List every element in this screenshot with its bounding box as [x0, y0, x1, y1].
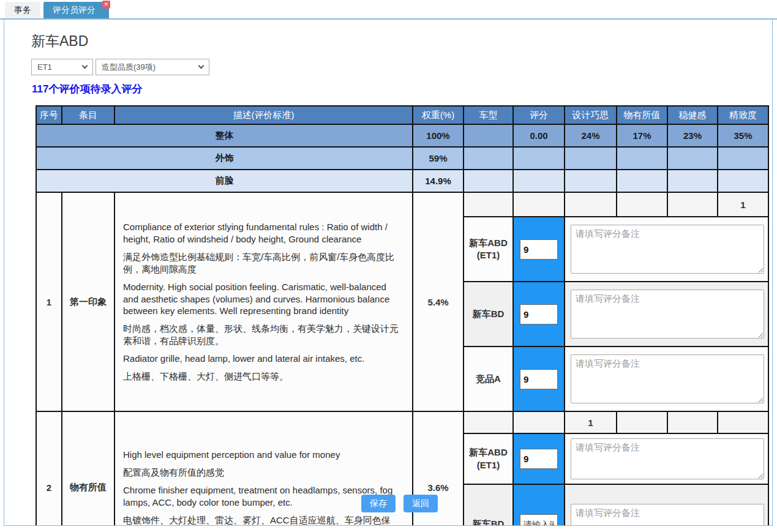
scorer-rating-tab[interactable]: 评分员评分✕	[43, 2, 109, 18]
vehicle-name: 新车BD	[464, 484, 513, 526]
summary-cell	[464, 170, 513, 192]
score-input[interactable]	[520, 514, 558, 526]
summary-cell	[464, 124, 513, 147]
description-paragraph: 配置高及物有所值的感觉	[123, 466, 404, 479]
description-paragraph: 时尚感，档次感，体量、形状、线条均衡，有美学魅力，关键设计元素和谐，有品牌识别度…	[123, 323, 404, 347]
summary-cell	[513, 170, 565, 192]
remark-cell	[565, 282, 768, 347]
remark-textarea[interactable]	[571, 354, 764, 403]
summary-cell	[718, 147, 768, 170]
summary-row: 外饰59%	[36, 147, 768, 170]
score-cell	[513, 484, 565, 526]
summary-cell	[617, 147, 667, 170]
score-input[interactable]	[520, 239, 558, 260]
summary-cell	[565, 170, 617, 192]
summary-row: 整体100%0.0024%17%23%35%	[36, 124, 768, 147]
remark-textarea[interactable]	[571, 438, 764, 479]
tab-label: 评分员评分	[53, 5, 96, 16]
tab-bar: 事务评分员评分✕	[0, 0, 777, 20]
item-number: 1	[36, 192, 62, 411]
category-select[interactable]: 造型品质(39项)	[96, 59, 209, 75]
column-header: 描述(评价标准)	[114, 106, 413, 124]
summary-row: 前脸14.9%	[36, 170, 768, 192]
summary-cell	[667, 147, 718, 170]
dimension-mark-cell: 1	[718, 192, 768, 217]
content-frame: 新车ABD ET1 造型品质(39项) 117个评价项待录入评分 序号条目描述(…	[4, 20, 773, 526]
summary-cell: 23%	[667, 124, 718, 147]
dimension-mark-cell	[617, 192, 667, 217]
dimension-mark-cell	[718, 411, 768, 433]
summary-cell	[565, 147, 617, 170]
rating-table: 序号条目描述(评价标准)权重(%)车型评分设计巧思物有所值稳健感精致度整体100…	[36, 105, 769, 526]
rating-table-body: 序号条目描述(评价标准)权重(%)车型评分设计巧思物有所值稳健感精致度整体100…	[36, 106, 768, 526]
description-paragraph: High level equipment perception and valu…	[123, 449, 404, 461]
item-weight: 5.4%	[413, 192, 464, 411]
description-paragraph: Radiator grille, head lamp, lower and la…	[123, 353, 404, 365]
column-header: 精致度	[718, 106, 768, 124]
summary-label: 整体	[36, 124, 413, 147]
description-paragraph: 电镀饰件、大灯处理、雷达、雾灯、ACC自适应巡航、车身同色保	[123, 514, 404, 526]
remark-textarea[interactable]	[571, 290, 764, 339]
dimension-mark-cell	[667, 411, 718, 433]
back-button[interactable]: 返回	[404, 495, 438, 512]
item-header-row: 2物有所值High level equipment perception and…	[36, 411, 768, 433]
column-header: 车型	[464, 106, 513, 124]
item-header-row: 1第一印象Compliance of exterior stlying fund…	[36, 192, 768, 217]
column-header: 序号	[36, 106, 62, 124]
summary-cell	[513, 147, 565, 170]
remark-textarea[interactable]	[571, 225, 764, 274]
score-input[interactable]	[520, 304, 558, 324]
summary-cell: 59%	[413, 147, 464, 170]
summary-cell: 17%	[617, 124, 667, 147]
save-button[interactable]: 保存	[361, 495, 396, 512]
item-name: 物有所值	[62, 411, 114, 526]
category-select-value: 造型品质(39项)	[102, 62, 156, 73]
remark-textarea[interactable]	[571, 504, 764, 526]
affairs-tab[interactable]: 事务	[5, 2, 40, 18]
item-name: 第一印象	[62, 192, 114, 411]
score-cell	[513, 347, 565, 411]
dimension-mark-cell	[667, 192, 718, 217]
filter-row: ET1 造型品质(39项)	[31, 59, 772, 75]
column-header: 权重(%)	[413, 106, 464, 124]
tab-label: 事务	[14, 5, 31, 16]
column-header: 物有所值	[617, 106, 667, 124]
score-input[interactable]	[520, 449, 558, 469]
header-row: 序号条目描述(评价标准)权重(%)车型评分设计巧思物有所值稳健感精致度	[36, 106, 768, 124]
description-paragraph: Modernity. High social position feeling.…	[123, 281, 404, 318]
remark-cell	[565, 433, 768, 484]
item-description: Compliance of exterior stlying fundament…	[114, 192, 413, 411]
summary-cell: 14.9%	[413, 170, 464, 192]
column-header: 设计巧思	[565, 106, 617, 124]
summary-cell	[617, 170, 667, 192]
summary-cell	[718, 170, 768, 192]
column-header: 条目	[62, 106, 114, 124]
column-header: 评分	[513, 106, 565, 124]
score-cell	[513, 433, 565, 484]
score-cell	[513, 217, 565, 282]
vehicle-name: 新车ABD (ET1)	[464, 217, 513, 282]
remark-cell	[565, 217, 768, 282]
vehicle-version-select[interactable]: ET1	[31, 59, 93, 75]
score-input[interactable]	[520, 369, 558, 389]
close-icon[interactable]: ✕	[102, 1, 110, 9]
mini-cell-score	[513, 192, 565, 217]
mini-cell-score	[513, 411, 565, 433]
remark-cell	[565, 484, 768, 526]
summary-cell: 35%	[718, 124, 768, 147]
summary-cell	[464, 147, 513, 170]
vehicle-name: 新车ABD (ET1)	[464, 433, 513, 484]
vehicle-version-select-value: ET1	[37, 62, 52, 72]
summary-cell: 0.00	[513, 124, 565, 147]
summary-label: 外饰	[36, 147, 413, 170]
description-paragraph: Compliance of exterior stlying fundament…	[123, 221, 404, 245]
chevron-down-icon	[82, 63, 88, 69]
score-cell	[513, 282, 565, 347]
vehicle-name: 新车BD	[464, 282, 513, 347]
remark-cell	[565, 347, 768, 411]
chevron-down-icon	[198, 63, 205, 69]
pending-items-notice: 117个评价项待录入评分	[32, 82, 772, 96]
dimension-mark-cell: 1	[565, 411, 617, 433]
mini-cell-vehicle	[464, 411, 513, 433]
column-header: 稳健感	[667, 106, 718, 124]
